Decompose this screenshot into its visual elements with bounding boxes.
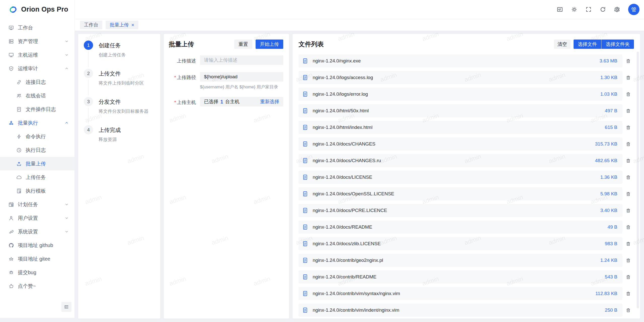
file-row: nginx-1.24.0/docs/OpenSSL.LICENSE5.98 KB: [299, 187, 634, 200]
step-desc: 将文件上传到临时分区: [99, 80, 144, 86]
sidebar-item-batch-upload[interactable]: 批量上传: [0, 157, 74, 170]
trash-icon: [626, 258, 631, 263]
file-pill: nginx-1.24.0/docs/README49 B: [299, 221, 622, 234]
app-title: Orion Ops Pro: [21, 6, 68, 13]
sidebar-item-like[interactable]: 点个赞~: [0, 279, 74, 293]
tab-label: 批量上传: [110, 22, 129, 28]
file-size: 1.03 KB: [600, 91, 617, 97]
step-desc: 释放资源: [99, 136, 121, 142]
start-upload-button[interactable]: 开始上传: [256, 40, 283, 49]
delete-file-button[interactable]: [622, 258, 634, 263]
file-list-scrollbar[interactable]: [637, 52, 639, 308]
file-name: nginx-1.24.0/html/50x.html: [313, 108, 600, 114]
file-size: 983 B: [605, 241, 617, 246]
sidebar-menu: 工作台资产管理主机运维运维审计连接日志在线会话文件操作日志批量执行命令执行执行日…: [0, 19, 74, 296]
file-pill: nginx-1.24.0/docs/OpenSSL.LICENSE5.98 KB: [299, 187, 622, 200]
sidebar-item-user-settings[interactable]: 用户设置: [0, 211, 74, 225]
step-number: 3: [84, 97, 93, 106]
delete-file-button[interactable]: [622, 225, 634, 230]
sidebar-item-github[interactable]: 项目地址 github: [0, 238, 74, 252]
file-pill: nginx-1.24.0/docs/zlib.LICENSE983 B: [299, 237, 622, 250]
sidebar-item-online-session[interactable]: 在线会话: [0, 89, 74, 102]
reset-button[interactable]: 重置: [234, 40, 252, 49]
trash-icon: [626, 58, 631, 64]
sidebar-item-gitee[interactable]: 项目地址 gitee: [0, 252, 74, 266]
sidebar-item-exec-log[interactable]: 执行日志: [0, 143, 74, 157]
file-size: 615 B: [605, 125, 617, 130]
sidebar-item-command-exec[interactable]: 命令执行: [0, 130, 74, 143]
delete-file-button[interactable]: [622, 175, 634, 180]
select-folder-button[interactable]: 选择文件夹: [601, 40, 634, 49]
sidebar-item-workbench[interactable]: 工作台: [0, 21, 74, 34]
sidebar-item-file-op-log[interactable]: 文件操作日志: [0, 102, 74, 116]
file-name: nginx-1.24.0/docs/README: [313, 224, 603, 230]
upload-desc-input[interactable]: [200, 55, 283, 65]
menu-fold-icon: [64, 304, 69, 310]
delete-file-button[interactable]: [622, 208, 634, 213]
sidebar-item-assets[interactable]: 资产管理: [0, 34, 74, 48]
sidebar-item-label: 项目地址 gitee: [18, 256, 69, 262]
tab-workbench[interactable]: 工作台: [80, 21, 102, 29]
file-row: nginx-1.24.0/docs/LICENSE1.36 KB: [299, 171, 634, 184]
avatar[interactable]: 管: [628, 4, 639, 15]
refresh-icon[interactable]: [599, 6, 606, 13]
sidebar-item-report-bug[interactable]: 提交bug: [0, 266, 74, 279]
sidebar-item-host-ops[interactable]: 主机运维: [0, 48, 74, 62]
fullscreen-icon[interactable]: [585, 6, 592, 13]
sidebar-item-upload-task[interactable]: 上传任务: [0, 170, 74, 184]
step-title: 上传文件: [99, 69, 144, 78]
gear-icon[interactable]: [614, 6, 621, 13]
sidebar-item-audit[interactable]: 运维审计: [0, 62, 74, 75]
file-size: 250 B: [605, 307, 617, 313]
upload-desc-label: 上传描述: [169, 55, 196, 65]
file-pill: nginx-1.24.0/html/50x.html497 B: [299, 104, 622, 117]
delete-file-button[interactable]: [622, 241, 634, 246]
file-pill: nginx-1.24.0/docs/CHANGES315.73 KB: [299, 137, 622, 151]
cloud-icon: [16, 174, 22, 180]
delete-file-button[interactable]: [622, 108, 634, 114]
sidebar-item-label: 批量执行: [18, 120, 61, 126]
bolt-icon: [16, 134, 22, 139]
sidebar-item-exec-template[interactable]: 执行模板: [0, 184, 74, 198]
delete-file-button[interactable]: [622, 75, 634, 80]
delete-file-button[interactable]: [622, 291, 634, 296]
file-size: 482.65 KB: [595, 158, 617, 163]
select-file-button[interactable]: 选择文件: [574, 40, 601, 49]
trash-icon: [626, 75, 631, 80]
sidebar-item-schedule[interactable]: 计划任务: [0, 198, 74, 211]
sidebar-item-label: 在线会话: [26, 92, 69, 99]
delete-file-button[interactable]: [622, 308, 634, 313]
file-doc-icon: [302, 174, 308, 180]
sidebar-collapse-button[interactable]: [61, 302, 71, 312]
delete-file-button[interactable]: [622, 125, 634, 130]
tab-batch-upload[interactable]: 批量上传×: [106, 21, 138, 29]
file-size: 543 B: [605, 274, 617, 280]
trash-icon: [626, 108, 631, 114]
user-icon: [8, 215, 14, 221]
assets-icon: [8, 39, 14, 44]
sidebar-item-connect-log[interactable]: 连接日志: [0, 75, 74, 89]
file-pill: nginx-1.24.0/contrib/vim/syntax/nginx.vi…: [299, 287, 622, 300]
delete-file-button[interactable]: [622, 274, 634, 280]
wrench-icon: [8, 229, 14, 235]
theme-sun-icon[interactable]: [571, 6, 578, 13]
sidebar-item-label: 连接日志: [26, 79, 69, 86]
upload-path-input[interactable]: [200, 72, 283, 82]
trash-icon: [626, 92, 631, 97]
reselect-host-link[interactable]: 重新选择: [260, 98, 279, 105]
clear-button[interactable]: 清空: [554, 40, 571, 49]
shield-check-icon: [8, 66, 14, 71]
code-panel-icon[interactable]: [556, 6, 563, 13]
content: 1创建任务创建上传任务2上传文件将文件上传到临时分区3分发文件将文件分发到目标服…: [75, 31, 644, 318]
delete-file-button[interactable]: [622, 141, 634, 147]
delete-file-button[interactable]: [622, 191, 634, 197]
delete-file-button[interactable]: [622, 92, 634, 97]
tab-close-icon[interactable]: ×: [131, 22, 134, 27]
chevron-down-icon: [64, 229, 69, 234]
sidebar-item-batch-exec[interactable]: 批量执行: [0, 116, 74, 130]
delete-file-button[interactable]: [622, 58, 634, 64]
delete-file-button[interactable]: [622, 158, 634, 163]
sidebar-item-system-settings[interactable]: 系统设置: [0, 225, 74, 238]
file-pill: nginx-1.24.0/contrib/geo2nginx.pl1.24 KB: [299, 254, 622, 267]
link-icon: [16, 79, 22, 85]
